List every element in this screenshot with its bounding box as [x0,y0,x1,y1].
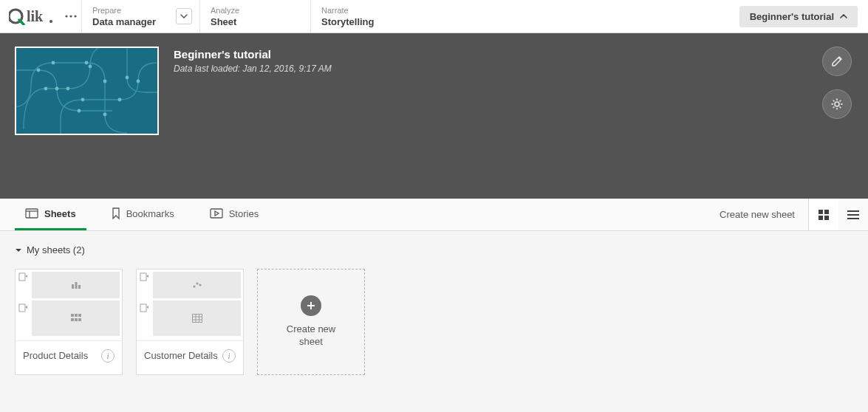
svg-point-8 [66,87,70,91]
sheet-title: Product Details [23,350,88,361]
svg-line-26 [833,100,835,102]
info-icon[interactable]: i [222,349,236,363]
qlik-logo[interactable]: lik [0,0,61,32]
svg-rect-33 [211,209,222,218]
svg-rect-45 [78,285,81,289]
svg-rect-51 [78,318,81,321]
svg-point-20 [37,69,41,72]
svg-point-3 [65,15,67,17]
svg-rect-49 [71,318,74,321]
tab-stories[interactable]: Stories [199,199,269,230]
svg-point-2 [49,20,52,23]
chevron-up-icon [840,14,847,18]
svg-rect-34 [819,210,823,214]
sheet-footer: Product Details i [16,340,122,370]
svg-rect-48 [78,314,81,317]
svg-rect-43 [72,284,74,289]
create-new-sheet-card[interactable]: Create new sheet [257,269,365,375]
svg-rect-47 [75,314,78,317]
svg-point-17 [55,87,59,91]
svg-rect-36 [819,216,823,220]
svg-rect-38 [847,210,859,212]
tab-bookmarks[interactable]: Bookmarks [101,199,185,230]
top-navigation: lik Prepare Data manager Analyze Sheet N… [0,0,868,33]
app-overview-panel: Beginner's tutorial Data last loaded: Ja… [0,33,868,199]
nav-analyze[interactable]: Analyze Sheet [199,0,310,32]
my-sheets-label: My sheets (2) [27,244,85,255]
sheet-preview [16,269,122,340]
svg-rect-40 [847,218,859,219]
nav-prepare-dropdown[interactable] [176,8,192,24]
nav-prepare[interactable]: Prepare Data manager [81,0,199,32]
breadcrumb-chip[interactable]: Beginner's tutorial [739,6,858,27]
svg-point-18 [78,109,81,113]
breadcrumb-title: Beginner's tutorial [750,11,834,22]
sheet-card-customer-details[interactable]: Customer Details i [136,269,244,375]
create-new-sheet-label: Create new sheet [720,209,795,220]
svg-rect-41 [19,273,25,281]
stories-icon [210,208,223,219]
publish-icon [18,303,27,315]
svg-point-14 [81,98,85,102]
sheet-preview [137,269,243,340]
svg-line-29 [833,107,835,109]
list-view-button[interactable] [838,199,868,230]
svg-rect-53 [140,304,146,312]
svg-point-54 [193,285,195,287]
svg-point-5 [74,15,76,17]
svg-rect-44 [75,282,77,289]
svg-rect-50 [75,318,78,321]
svg-text:lik: lik [27,8,44,24]
svg-point-10 [52,61,55,65]
publish-icon [140,303,148,315]
bookmark-icon [112,207,120,219]
svg-point-11 [85,61,89,65]
svg-rect-57 [192,315,202,323]
svg-line-27 [840,107,841,109]
app-subtitle: Data last loaded: Jan 12, 2016, 9:17 AM [174,63,332,74]
app-thumbnail[interactable] [15,47,159,135]
create-new-sheet-link[interactable]: Create new sheet [706,199,808,230]
topbar-spacer [421,0,739,32]
publish-icon [18,272,27,284]
svg-point-13 [103,113,107,117]
tab-bookmarks-label: Bookmarks [126,208,174,219]
sheet-footer: Customer Details i [137,340,243,370]
kpi-icon [71,314,81,323]
app-title: Beginner's tutorial [174,48,332,61]
svg-point-4 [69,15,72,17]
svg-line-28 [840,100,841,102]
nav-narrate-sub: Storytelling [321,16,406,28]
sheet-card-product-details[interactable]: Product Details i [15,269,123,375]
tab-sheets-label: Sheets [44,208,76,219]
tab-sheets[interactable]: Sheets [15,199,86,230]
nav-prepare-sub: Data manager [92,16,185,28]
svg-point-15 [118,98,122,102]
view-toggle [808,199,868,230]
bar-chart-icon [71,281,81,289]
sheets-icon [25,208,38,219]
svg-point-7 [44,87,48,91]
sheet-cards: Product Details i Custom [15,269,853,375]
publish-icon [140,272,148,284]
nav-analyze-label: Analyze [211,5,295,16]
svg-point-12 [103,80,107,83]
info-icon[interactable]: i [101,349,115,363]
svg-rect-37 [824,216,829,220]
my-sheets-header[interactable]: My sheets (2) [15,244,853,255]
svg-rect-42 [19,304,25,312]
more-menu-button[interactable] [61,0,81,32]
pencil-icon [830,55,844,68]
svg-point-9 [89,65,92,69]
settings-button[interactable] [822,89,852,119]
grid-view-button[interactable] [809,199,838,230]
nav-narrate[interactable]: Narrate Storytelling [310,0,421,32]
tab-stories-label: Stories [229,208,259,219]
svg-rect-39 [847,214,859,216]
sheet-title: Customer Details [144,350,218,361]
gear-icon [830,97,844,111]
svg-rect-30 [26,209,38,218]
edit-button[interactable] [822,47,852,76]
sheets-area: My sheets (2) Product Details [0,231,868,412]
scatter-icon [192,281,202,289]
